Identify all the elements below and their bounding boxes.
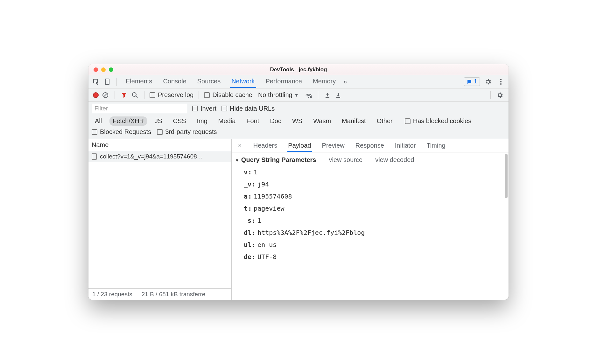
titlebar: DevTools - jec.fyi/blog: [88, 64, 509, 75]
section-toggle[interactable]: ▼Query String Parameters: [235, 156, 316, 164]
param-value: en-us: [257, 241, 277, 248]
type-filter-other[interactable]: Other: [374, 116, 396, 126]
traffic-lights: [88, 67, 113, 72]
filter-funnel-icon[interactable]: [120, 91, 128, 99]
device-toolbar-icon[interactable]: [103, 77, 112, 86]
detail-tab-payload[interactable]: Payload: [287, 139, 312, 152]
tab-performance[interactable]: Performance: [264, 75, 304, 88]
separator: [199, 91, 199, 99]
transfer-size: 21 B / 681 kB transferre: [142, 291, 206, 298]
throttling-select[interactable]: No throttling ▼: [258, 91, 299, 99]
main-tabs-row: ElementsConsoleSourcesNetworkPerformance…: [88, 75, 509, 88]
network-conditions-icon[interactable]: [305, 91, 313, 99]
type-filter-js[interactable]: JS: [151, 116, 165, 126]
type-filter-wasm[interactable]: Wasm: [310, 116, 334, 126]
detail-tab-timing[interactable]: Timing: [426, 139, 446, 152]
tab-network[interactable]: Network: [230, 75, 256, 88]
param-row: dlhttps%3A%2F%2Fjec.fyi%2Fblog: [244, 227, 503, 239]
tab-elements[interactable]: Elements: [124, 75, 153, 88]
detail-tab-headers[interactable]: Headers: [253, 139, 278, 152]
request-count: 1 / 23 requests: [92, 291, 132, 298]
network-settings-icon[interactable]: [496, 91, 504, 99]
param-value: UTF-8: [257, 253, 277, 261]
network-toolbar: Preserve log Disable cache No throttling…: [88, 88, 509, 102]
type-filter-ws[interactable]: WS: [289, 116, 306, 126]
svg-point-10: [310, 96, 312, 98]
type-filter-fetch-xhr[interactable]: Fetch/XHR: [109, 116, 147, 126]
svg-rect-1: [105, 79, 109, 85]
triangle-down-icon: ▼: [235, 158, 239, 163]
param-key: _v: [244, 180, 256, 188]
record-button[interactable]: [93, 92, 99, 98]
tab-memory[interactable]: Memory: [312, 75, 337, 88]
payload-body: ▼Query String Parameters view source vie…: [232, 152, 509, 300]
type-filter-doc[interactable]: Doc: [267, 116, 284, 126]
third-party-checkbox[interactable]: [157, 129, 163, 135]
window-zoom-button[interactable]: [109, 67, 113, 72]
invert-checkbox[interactable]: [192, 106, 198, 111]
download-har-icon[interactable]: [334, 91, 342, 99]
disable-cache-label: Disable cache: [212, 91, 252, 99]
preserve-log-checkbox[interactable]: [150, 92, 155, 98]
tabs-overflow-button[interactable]: »: [343, 78, 347, 85]
type-filter-media[interactable]: Media: [215, 116, 239, 126]
status-bar: 1 / 23 requests 21 B / 681 kB transferre: [88, 288, 231, 300]
param-value: 1195574608: [254, 192, 292, 200]
query-params-list: v1_vj94a1195574608tpageview_s1dlhttps%3A…: [235, 166, 503, 263]
clear-icon[interactable]: [101, 91, 109, 99]
issues-badge[interactable]: 1: [464, 77, 480, 86]
close-detail-icon[interactable]: ×: [237, 142, 243, 149]
param-row: tpageview: [244, 202, 503, 214]
param-row: deUTF-8: [244, 251, 503, 263]
section-title: Query String Parameters: [241, 156, 316, 163]
param-row: _s1: [244, 214, 503, 227]
third-party-label: 3rd-party requests: [165, 128, 217, 136]
param-key: ul: [244, 241, 256, 248]
type-filter-css[interactable]: CSS: [170, 116, 189, 126]
detail-tab-initiator[interactable]: Initiator: [394, 139, 417, 152]
svg-point-3: [500, 81, 502, 82]
svg-point-9: [308, 97, 309, 98]
invert-label: Invert: [200, 105, 216, 112]
param-row: _vj94: [244, 178, 503, 190]
blocked-requests-label: Blocked Requests: [100, 128, 151, 136]
scrollbar-thumb[interactable]: [505, 154, 508, 198]
workspace: Name collect?v=1&_v=j94&a=1195574608… 1 …: [88, 139, 509, 300]
param-key: _s: [244, 217, 256, 224]
has-blocked-cookies-checkbox[interactable]: [405, 118, 411, 124]
filter-input[interactable]: [92, 104, 187, 113]
devtools-window: DevTools - jec.fyi/blog ElementsConsoleS…: [88, 64, 509, 300]
separator: [490, 91, 491, 99]
request-row[interactable]: collect?v=1&_v=j94&a=1195574608…: [88, 151, 231, 162]
svg-point-2: [500, 79, 502, 80]
window-minimize-button[interactable]: [101, 67, 106, 72]
disable-cache-checkbox[interactable]: [204, 92, 210, 98]
type-filter-manifest[interactable]: Manifest: [339, 116, 369, 126]
view-decoded-link[interactable]: view decoded: [375, 156, 414, 164]
param-value: 1: [257, 217, 261, 224]
detail-tab-preview[interactable]: Preview: [321, 139, 345, 152]
name-column-header[interactable]: Name: [88, 139, 231, 151]
type-filter-img[interactable]: Img: [194, 116, 211, 126]
param-value: j94: [257, 180, 269, 188]
tab-console[interactable]: Console: [162, 75, 187, 88]
type-filter-font[interactable]: Font: [243, 116, 262, 126]
inspect-element-icon[interactable]: [92, 77, 101, 86]
settings-icon[interactable]: [484, 77, 493, 86]
tab-sources[interactable]: Sources: [196, 75, 222, 88]
detail-tab-response[interactable]: Response: [355, 139, 385, 152]
hide-data-urls-checkbox[interactable]: [221, 106, 227, 111]
kebab-menu-icon[interactable]: [496, 77, 505, 86]
svg-line-8: [136, 96, 137, 98]
svg-rect-12: [336, 97, 340, 98]
view-source-link[interactable]: view source: [329, 156, 363, 164]
param-row: a1195574608: [244, 190, 503, 202]
upload-har-icon[interactable]: [323, 91, 332, 99]
blocked-requests-checkbox[interactable]: [92, 129, 97, 135]
filter-row-1: Invert Hide data URLs: [88, 102, 509, 115]
window-close-button[interactable]: [94, 67, 98, 72]
search-icon[interactable]: [131, 91, 139, 99]
type-filter-all[interactable]: All: [92, 116, 105, 126]
request-name: collect?v=1&_v=j94&a=1195574608…: [100, 153, 203, 160]
has-blocked-cookies-label: Has blocked cookies: [413, 117, 471, 125]
